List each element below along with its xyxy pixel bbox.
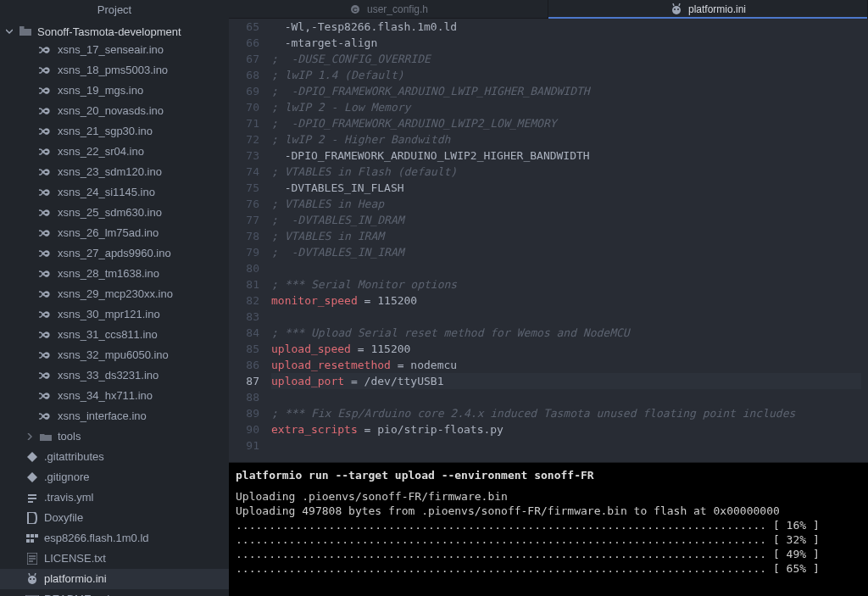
ino-icon: [39, 186, 53, 199]
file-tree[interactable]: xsns_17_senseair.ino xsns_18_pms5003.ino…: [0, 40, 229, 596]
file-tree-item[interactable]: xsns_interface.ino: [0, 406, 229, 426]
file-tree-item[interactable]: xsns_27_apds9960.ino: [0, 243, 229, 264]
code-line[interactable]: [271, 309, 861, 325]
line-number: 87: [229, 373, 259, 389]
svg-line-13: [29, 573, 30, 576]
line-number: 68: [229, 67, 259, 83]
file-tree-item-label: platformio.ini: [44, 571, 107, 588]
file-tree-item-label: xsns_23_sdm120.ino: [58, 164, 162, 181]
code-line[interactable]: upload_port = /dev/ttyUSB1: [271, 373, 861, 389]
ino-icon: [39, 389, 53, 403]
file-tree-item[interactable]: xsns_20_novasds.ino: [0, 101, 229, 121]
line-number: 69: [229, 83, 259, 99]
file-tree-item[interactable]: tools: [0, 426, 229, 447]
code-line[interactable]: [271, 437, 861, 454]
file-tree-item-label: xsns_29_mcp230xx.ino: [58, 286, 173, 303]
ino-icon: [39, 226, 53, 240]
file-tree-item[interactable]: .gitattributes: [0, 447, 229, 467]
file-tree-item[interactable]: xsns_18_pms5003.ino: [0, 60, 229, 81]
code-line[interactable]: ; lwIP 2 - Higher Bandwitdh: [271, 131, 861, 148]
file-tree-item[interactable]: xsns_17_senseair.ino: [0, 40, 229, 60]
file-tree-item[interactable]: README.md: [0, 589, 229, 596]
ino-icon: [39, 308, 53, 321]
code-line[interactable]: -DPIO_FRAMEWORK_ARDUINO_LWIP2_HIGHER_BAN…: [271, 148, 861, 164]
tab[interactable]: platformio.ini: [548, 0, 868, 18]
code-line[interactable]: ; -DPIO_FRAMEWORK_ARDUINO_LWIP2_LOW_MEMO…: [271, 115, 861, 131]
code-line[interactable]: monitor_speed = 115200: [271, 292, 861, 309]
code-line[interactable]: ; -DUSE_CONFIG_OVERRIDE: [271, 51, 861, 67]
code-line[interactable]: ; *** Upload Serial reset method for Wem…: [271, 325, 861, 341]
code-line[interactable]: ; VTABLES in Heap: [271, 196, 861, 212]
file-tree-item[interactable]: xsns_33_ds3231.ino: [0, 365, 229, 386]
line-number: 71: [229, 115, 259, 131]
file-tree-item[interactable]: xsns_34_hx711.ino: [0, 386, 229, 406]
tab[interactable]: C user_config.h: [229, 0, 548, 18]
code-line[interactable]: ; *** Serial Monitor options: [271, 276, 861, 292]
file-tree-item[interactable]: xsns_22_sr04.ino: [0, 142, 229, 162]
terminal-line: Uploading 497808 bytes from .pioenvs/son…: [236, 504, 861, 518]
file-tree-item[interactable]: xsns_29_mcp230xx.ino: [0, 284, 229, 304]
file-tree-item[interactable]: xsns_21_sgp30.ino: [0, 121, 229, 142]
svg-text:C: C: [353, 6, 358, 14]
line-number: 75: [229, 180, 259, 196]
file-tree-item-label: xsns_30_mpr121.ino: [58, 306, 160, 323]
file-tree-item[interactable]: .travis.yml: [0, 487, 229, 508]
code-line[interactable]: ; lwIP 2 - Low Memory: [271, 99, 861, 115]
code-line[interactable]: ; -DVTABLES_IN_DRAM: [271, 212, 861, 228]
file-tree-item[interactable]: xsns_30_mpr121.ino: [0, 304, 229, 325]
file-tree-item[interactable]: xsns_24_si1145.ino: [0, 182, 229, 203]
code-line[interactable]: ; VTABLES in Flash (default): [271, 164, 861, 180]
file-tree-item[interactable]: LICENSE.txt: [0, 549, 229, 569]
file-tree-item[interactable]: platformio.ini: [0, 569, 229, 589]
line-number: 79: [229, 244, 259, 260]
terminal-line: ........................................…: [236, 532, 861, 547]
code-line[interactable]: extra_scripts = pio/strip-floats.py: [271, 421, 861, 437]
ino-icon: [39, 206, 53, 220]
file-tree-item[interactable]: .gitignore: [0, 467, 229, 487]
code-line[interactable]: [271, 260, 861, 276]
ino-icon: [39, 64, 53, 77]
code-line[interactable]: ; -DVTABLES_IN_IRAM: [271, 244, 861, 260]
line-number: 86: [229, 357, 259, 373]
code-line[interactable]: upload_resetmethod = nodemcu: [271, 357, 861, 373]
terminal[interactable]: platformio run --target upload --environ…: [229, 462, 868, 596]
file-tree-item[interactable]: xsns_23_sdm120.ino: [0, 162, 229, 182]
svg-rect-0: [28, 494, 36, 496]
file-tree-item[interactable]: xsns_32_mpu6050.ino: [0, 345, 229, 365]
file-tree-item-label: LICENSE.txt: [44, 550, 106, 567]
code-line[interactable]: -DVTABLES_IN_FLASH: [271, 180, 861, 196]
svg-rect-4: [31, 534, 34, 538]
ino-icon: [39, 104, 53, 118]
code-line[interactable]: -mtarget-align: [271, 35, 861, 51]
code-line[interactable]: -Wl,-Tesp8266.flash.1m0.ld: [271, 19, 861, 35]
file-tree-item[interactable]: xsns_19_mgs.ino: [0, 81, 229, 101]
code-area[interactable]: -Wl,-Tesp8266.flash.1m0.ld -mtarget-alig…: [271, 19, 868, 462]
code-line[interactable]: ; VTABLES in IRAM: [271, 228, 861, 244]
c-icon: C: [348, 3, 362, 16]
file-tree-item[interactable]: Doxyfile: [0, 508, 229, 528]
file-tree-item[interactable]: esp8266.flash.1m0.ld: [0, 528, 229, 549]
code-line[interactable]: ; lwIP 1.4 (Default): [271, 67, 861, 83]
code-line[interactable]: ; *** Fix Esp/Arduino core 2.4.x induced…: [271, 405, 861, 421]
main: C user_config.h platformio.ini 656667686…: [229, 0, 868, 596]
line-number: 70: [229, 99, 259, 115]
code-line[interactable]: upload_speed = 115200: [271, 341, 861, 357]
line-number: 72: [229, 131, 259, 148]
code-line[interactable]: [271, 389, 861, 405]
svg-line-23: [679, 3, 680, 6]
editor[interactable]: 6566676869707172737475767778798081828384…: [229, 19, 868, 462]
file-tree-item[interactable]: xsns_25_sdm630.ino: [0, 203, 229, 223]
svg-point-21: [672, 6, 681, 14]
file-tree-item-label: xsns_34_hx711.ino: [58, 387, 153, 404]
code-line[interactable]: ; -DPIO_FRAMEWORK_ARDUINO_LWIP_HIGHER_BA…: [271, 83, 861, 99]
file-tree-item[interactable]: xsns_31_ccs811.ino: [0, 325, 229, 345]
file-tree-item[interactable]: xsns_26_lm75ad.ino: [0, 223, 229, 243]
pio-icon: [670, 3, 683, 16]
file-tree-item-label: xsns_32_mpu6050.ino: [58, 347, 169, 364]
file-tree-item-label: tools: [58, 428, 81, 445]
file-tree-item[interactable]: xsns_28_tm1638.ino: [0, 264, 229, 284]
line-number: 89: [229, 405, 259, 421]
line-number: 81: [229, 276, 259, 292]
file-tree-item-label: xsns_31_ccs811.ino: [58, 326, 158, 343]
project-root[interactable]: Sonoff-Tasmota-development: [0, 23, 229, 40]
